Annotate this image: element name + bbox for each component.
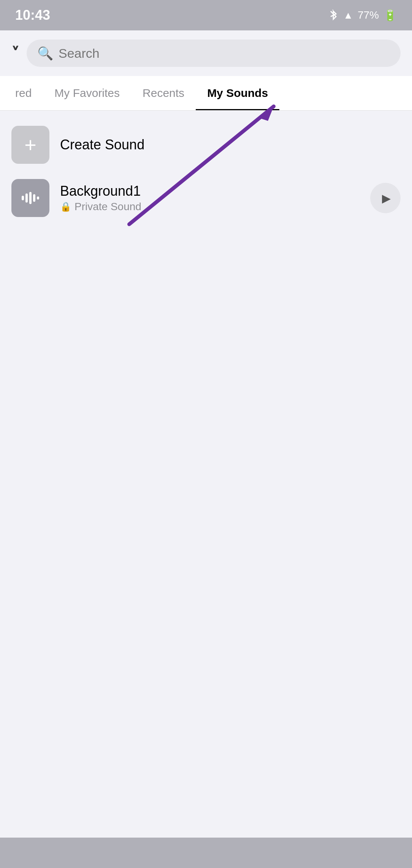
background1-subtitle: 🔒 Private Sound xyxy=(60,201,360,213)
svg-rect-2 xyxy=(25,193,28,203)
create-sound-text: Create Sound xyxy=(60,137,401,153)
tab-my-favorites[interactable]: My Favorites xyxy=(43,76,131,110)
background1-text: Background1 🔒 Private Sound xyxy=(60,183,360,213)
play-icon: ▶ xyxy=(382,192,391,205)
battery-percent: 77% xyxy=(358,9,379,21)
background1-title: Background1 xyxy=(60,183,360,199)
svg-rect-4 xyxy=(33,194,35,202)
tab-featured[interactable]: red xyxy=(4,76,43,110)
lock-icon: 🔒 xyxy=(60,201,71,212)
dropdown-chevron-icon[interactable]: ˅ xyxy=(11,44,19,62)
search-bar-container: ˅ 🔍 xyxy=(0,30,412,76)
search-icon: 🔍 xyxy=(37,46,53,61)
tab-my-sounds[interactable]: My Sounds xyxy=(196,76,279,110)
status-bar: 10:43 ▲ 77% 🔋 xyxy=(0,0,412,30)
tabs-container: red My Favorites Recents My Sounds xyxy=(0,76,412,111)
app-container: 10:43 ▲ 77% 🔋 ˅ 🔍 red My Favorites xyxy=(0,0,412,868)
play-button[interactable]: ▶ xyxy=(370,183,401,213)
background1-item[interactable]: Background1 🔒 Private Sound ▶ xyxy=(11,171,401,225)
waveform-svg-icon xyxy=(20,190,41,206)
svg-rect-5 xyxy=(37,196,39,200)
search-input[interactable] xyxy=(59,46,390,61)
status-time: 10:43 xyxy=(15,7,50,23)
battery-icon: 🔋 xyxy=(383,9,397,22)
tab-recents[interactable]: Recents xyxy=(131,76,196,110)
content-area: + Create Sound Background1 🔒 xyxy=(0,111,412,868)
signal-icon: ▲ xyxy=(343,10,353,21)
svg-rect-3 xyxy=(29,192,32,204)
search-input-wrapper[interactable]: 🔍 xyxy=(27,40,401,67)
bluetooth-icon xyxy=(328,8,339,22)
plus-icon: + xyxy=(24,135,36,155)
sound-waveform-icon xyxy=(11,179,49,217)
svg-rect-0 xyxy=(333,10,333,10)
svg-rect-1 xyxy=(22,196,24,200)
bottom-bar xyxy=(0,838,412,868)
create-sound-icon: + xyxy=(11,126,49,164)
status-icons: ▲ 77% 🔋 xyxy=(328,8,397,22)
create-sound-item[interactable]: + Create Sound xyxy=(11,118,401,171)
create-sound-title: Create Sound xyxy=(60,137,401,153)
